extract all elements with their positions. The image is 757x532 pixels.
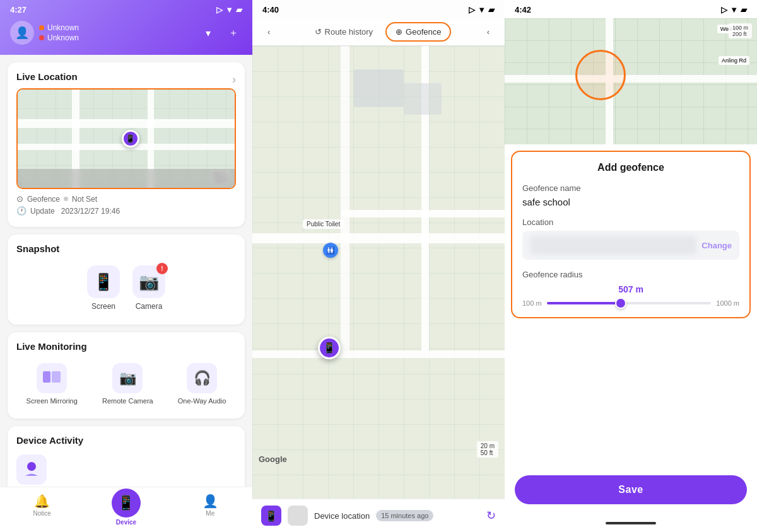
svg-rect-1 <box>52 371 61 383</box>
user-status: Unknown Unknown <box>39 23 79 42</box>
status-item-2: Unknown <box>39 33 79 42</box>
geofence-circle <box>575 50 626 100</box>
device-label: Device <box>116 519 136 526</box>
add-btn[interactable]: ＋ <box>225 24 242 42</box>
panel3-map: Weili Rd Anling Rd 100 m 200 ft <box>505 18 757 144</box>
p3-play-icon: ▷ <box>721 5 727 14</box>
notice-icon: 🔔 <box>34 494 50 509</box>
google-logo: Google <box>259 454 287 464</box>
remote-camera-item[interactable]: 📷 Remote Camera <box>102 363 153 405</box>
map-area[interactable]: 🚻 Public Toilet 📱 20 m 50 ft Google <box>252 46 505 514</box>
status-icons-1: ▷ ▼ ▰ <box>216 5 242 14</box>
refresh-btn[interactable]: ↻ <box>486 509 496 523</box>
device-activity-title: Device Activity <box>16 435 236 446</box>
card-meta: ⊙ Geofence Not Set 🕐 Update 2023/12/27 1… <box>16 194 236 216</box>
status-bar-1: 4:27 ▷ ▼ ▰ <box>10 0 242 17</box>
geofence-name-label: Geofence name <box>522 183 739 193</box>
geofence-nav-icon: ⊕ <box>396 27 402 37</box>
status-item-1: Unknown <box>39 23 79 32</box>
dot-offline <box>39 35 44 40</box>
panel1-content: Live Location › 📱 50 m 200 ft ⊙ <box>0 55 252 487</box>
geofence-name-group: Geofence name safe school <box>522 183 739 207</box>
snapshot-screen-icon: 📱 <box>87 265 120 298</box>
device-activity-card: Device Activity <box>8 426 245 487</box>
p3-wifi-icon: ▼ <box>730 5 738 14</box>
time-3: 4:42 <box>515 5 531 14</box>
header-actions: ▾ ＋ <box>199 24 242 42</box>
map-street-v1 <box>341 46 349 350</box>
panel-geofence: 4:42 ▷ ▼ ▰ Weili Rd Anling Rd 100 m 200 … <box>505 0 757 532</box>
tab-geofence[interactable]: ⊕ Geofence <box>385 22 451 42</box>
tab-route-history[interactable]: ↺ Route history <box>306 23 382 40</box>
dropdown-btn[interactable]: ▾ <box>199 24 217 42</box>
status-icons-2: ▷ ▼ ▰ <box>469 5 495 14</box>
header: 4:27 ▷ ▼ ▰ 👤 Unknown Unknown <box>0 0 252 55</box>
remote-camera-label: Remote Camera <box>102 397 153 405</box>
route-icon: ↺ <box>315 27 322 37</box>
p3-road-h <box>505 75 757 83</box>
device-location-bar: 📱 Device location 15 minutes ago ↻ <box>252 499 505 532</box>
dot-online <box>39 25 44 30</box>
clock-icon: 🕐 <box>16 206 26 216</box>
device-location-text: Device location <box>314 511 370 521</box>
play-icon: ▷ <box>216 5 223 14</box>
avatar: 👤 <box>10 21 34 45</box>
poi-toilet: 🚻 <box>323 243 338 258</box>
device-pin: 📱 <box>122 130 139 147</box>
map-blur-bar <box>18 169 235 188</box>
time-1: 4:27 <box>10 5 26 14</box>
status-bar-2: 4:40 ▷ ▼ ▰ <box>252 0 505 18</box>
one-way-audio-item[interactable]: 🎧 One-Way Audio <box>178 363 226 405</box>
geofence-icon: ⊙ <box>16 194 23 204</box>
snapshot-screen-item[interactable]: 📱 Screen <box>87 265 120 311</box>
p3-scale: 100 m 200 ft <box>729 23 752 38</box>
p2-battery-icon: ▰ <box>488 5 495 14</box>
one-way-audio-icon: 🎧 <box>187 363 217 393</box>
time-ago-badge: 15 minutes ago <box>376 510 433 521</box>
p2-wifi-icon: ▼ <box>478 5 486 14</box>
chevron-right-icon[interactable]: › <box>232 73 236 86</box>
update-meta: 🕐 Update 2023/12/27 19:46 <box>16 206 236 216</box>
time-2: 4:40 <box>262 5 279 14</box>
map-preview[interactable]: 📱 50 m 200 ft <box>16 88 236 189</box>
live-monitoring-card: Live Monitoring Screen Mirroring 📷 Remot… <box>8 332 245 419</box>
device-loc-icon: 📱 <box>261 506 281 526</box>
user-info: 👤 Unknown Unknown <box>10 21 79 45</box>
snapshot-screen-label: Screen <box>91 302 115 311</box>
back-btn-p2-right[interactable]: ‹ <box>482 23 495 40</box>
change-btn[interactable]: Change <box>701 241 732 250</box>
monitoring-grid: Screen Mirroring 📷 Remote Camera 🎧 One-W… <box>16 358 236 410</box>
back-btn-p2[interactable]: ‹ <box>262 23 275 40</box>
slider-row: 100 m 1000 m <box>522 299 739 307</box>
geofence-add-card: Add geofence Geofence name safe school L… <box>511 151 751 318</box>
me-icon: 👤 <box>202 494 218 509</box>
geofence-meta: ⊙ Geofence Not Set <box>16 194 236 204</box>
nav-notice[interactable]: 🔔 Notice <box>0 491 84 528</box>
slider-fill <box>547 302 621 304</box>
save-button[interactable]: Save <box>515 475 747 504</box>
remote-camera-icon: 📷 <box>112 363 143 393</box>
location-group: Location Change <box>522 217 739 260</box>
map-scale-p2: 20 m 50 ft <box>477 441 498 458</box>
snapshot-camera-item[interactable]: 📷 ! Camera <box>132 265 165 311</box>
me-label: Me <box>206 510 214 517</box>
screen-mirroring-item[interactable]: Screen Mirroring <box>26 363 78 405</box>
nav-device[interactable]: 📱 Device <box>84 491 168 528</box>
slider-thumb[interactable] <box>615 298 626 309</box>
panel-dashboard: 4:27 ▷ ▼ ▰ 👤 Unknown Unknown <box>0 0 252 532</box>
bottom-nav: 🔔 Notice 📱 Device 👤 Me <box>0 487 252 532</box>
nav-me[interactable]: 👤 Me <box>168 491 252 528</box>
notice-label: Notice <box>33 510 50 517</box>
screen-mirroring-icon <box>37 363 67 393</box>
one-way-audio-label: One-Way Audio <box>178 397 226 405</box>
svg-point-2 <box>27 462 36 471</box>
p3-battery-icon: ▰ <box>741 5 747 14</box>
radius-slider[interactable] <box>547 302 712 304</box>
radius-value: 507 m <box>522 284 739 294</box>
add-geofence-title: Add geofence <box>522 162 739 173</box>
panel2-nav: ‹ ↺ Route history ⊕ Geofence ‹ <box>252 18 505 46</box>
battery-icon: ▰ <box>236 5 242 14</box>
header-row: 👤 Unknown Unknown ▾ ＋ <box>10 17 242 45</box>
activity-item-1[interactable] <box>16 454 47 485</box>
status-label-2: Unknown <box>47 33 79 42</box>
